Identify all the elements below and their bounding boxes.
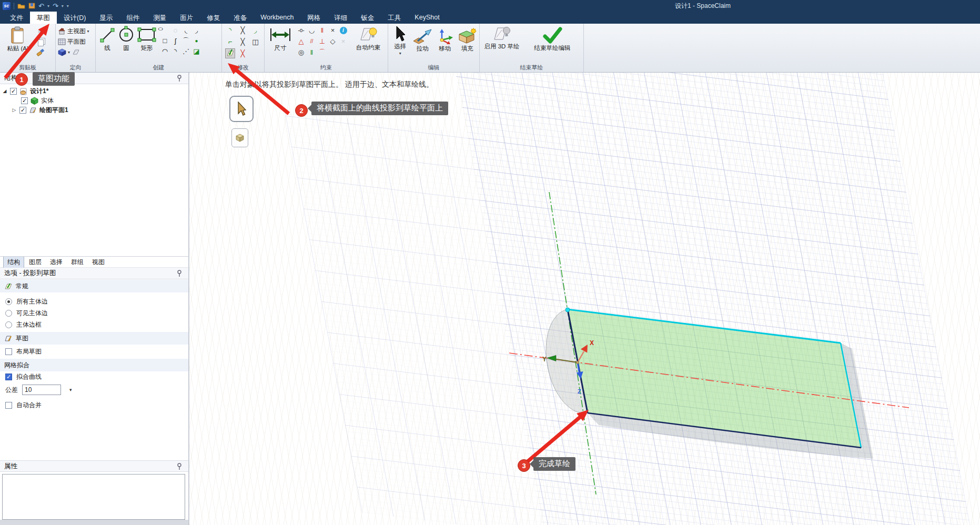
tangent-arc-tool-icon[interactable]: ◝	[170, 46, 180, 56]
format-painter-icon[interactable]	[36, 48, 46, 57]
radio-all-body-edges[interactable]: 所有主体边	[5, 296, 48, 307]
auto-merge-checkbox[interactable]	[5, 402, 12, 409]
tab-prepare[interactable]: 准备	[227, 12, 254, 24]
end-sketch-edit-button[interactable]: 结束草绘编辑	[527, 25, 578, 65]
tool-guide-body-button[interactable]	[231, 128, 248, 147]
tab-mesh[interactable]: 网格	[300, 12, 327, 24]
tolerance-dropdown-icon[interactable]: ▾	[69, 387, 72, 392]
sketch-plane-checkbox[interactable]: ✓	[19, 107, 26, 114]
fit-curves-option[interactable]: ✓ 拟合曲线	[5, 371, 42, 382]
panel-tab-selection[interactable]: 选择	[46, 257, 66, 268]
sketch-point-tool-icon[interactable]: ●	[191, 36, 201, 46]
tab-detail[interactable]: 详细	[327, 12, 354, 24]
concentric-constraint-icon[interactable]: ◎	[296, 47, 306, 57]
sketch-plane-view-icon[interactable]	[72, 48, 79, 56]
model-canvas[interactable]: Y X Z 单击对象以将其投影到草图平面上。 适用于边、文本和草绘线。	[189, 73, 980, 525]
point-tool-icon[interactable]: ⋰	[181, 46, 191, 56]
app-logo-icon[interactable]: sc	[3, 2, 11, 10]
tab-tools[interactable]: 工具	[381, 12, 408, 24]
view-cube-icon[interactable]	[58, 48, 66, 56]
design-checkbox[interactable]: ✓	[10, 88, 17, 95]
chamfer-tool-icon[interactable]: ◞	[250, 25, 260, 35]
paste-button[interactable]: 粘贴 (A)	[2, 25, 34, 65]
panel-tab-groups[interactable]: 群组	[67, 257, 87, 268]
customize-toolbar-icon[interactable]: ▾	[67, 4, 69, 8]
tab-display[interactable]: 显示	[93, 12, 119, 24]
tab-design[interactable]: 设计(D)	[57, 12, 93, 24]
project-to-sketch-tool-icon[interactable]	[225, 48, 235, 58]
auto-merge-option[interactable]: 自动合并	[5, 400, 42, 410]
fill-button[interactable]: 填充	[457, 25, 478, 65]
rectangle-tool[interactable]: 矩形	[136, 25, 158, 65]
three-point-arc-tool-icon[interactable]: ⌒	[181, 36, 191, 46]
pull-button[interactable]: 拉动	[412, 25, 433, 65]
tab-facets[interactable]: 面片	[173, 12, 200, 24]
undo-icon[interactable]: ↶	[38, 3, 44, 9]
delete-sketch-tool-icon[interactable]: ╳	[238, 48, 248, 58]
radio-icon[interactable]	[5, 310, 12, 317]
pin-icon[interactable]	[177, 463, 182, 470]
tree-item-design[interactable]: ◢ ✓ 设计1*	[2, 86, 48, 96]
fillet-tool-icon[interactable]: ◝	[225, 25, 235, 35]
midpoint-constraint-icon[interactable]: -o-	[296, 25, 306, 35]
layout-sketch-checkbox[interactable]	[5, 348, 12, 355]
pin-icon[interactable]	[177, 270, 182, 277]
tab-sketch[interactable]: 草图	[30, 12, 57, 24]
tab-workbench[interactable]: Workbench	[254, 12, 300, 24]
tool-guide-select-button[interactable]	[229, 96, 254, 122]
spline-tool-icon[interactable]: ʃ	[170, 36, 180, 46]
radio-visible-body-edges[interactable]: 可见主体边	[5, 308, 48, 318]
curvature-constraint-icon[interactable]: ⌒	[317, 47, 327, 57]
copy-icon[interactable]	[36, 37, 46, 46]
line-tool[interactable]: 线	[98, 25, 117, 65]
save-icon[interactable]	[28, 3, 35, 9]
redo-icon[interactable]: ↷	[53, 3, 58, 9]
ellipse-tool-icon[interactable]: ○	[157, 25, 173, 35]
expander-open-icon[interactable]: ◢	[2, 88, 7, 94]
view-cube-dropdown-icon[interactable]: ▾	[68, 50, 70, 55]
highlighted-vertex[interactable]	[565, 308, 570, 312]
sweep-arc-tool-icon[interactable]: ◟	[181, 25, 191, 35]
circle-tool[interactable]: 圆	[117, 25, 136, 65]
pin-icon[interactable]	[177, 75, 182, 82]
perpendicular-constraint-icon[interactable]: ⊥	[317, 36, 327, 46]
tip-info-icon[interactable]: i	[338, 25, 348, 35]
corner-arc-tool-icon[interactable]: ◞	[191, 25, 201, 35]
ratio-constraint-icon[interactable]: ‖	[307, 47, 317, 57]
select-button[interactable]: 选择 ▾	[390, 25, 410, 65]
sketch-fill-tool-icon[interactable]: ◪	[191, 46, 201, 56]
tolerance-input[interactable]: 10	[22, 385, 61, 395]
corner-tool-icon[interactable]: ⌐	[225, 37, 235, 47]
tab-assembly[interactable]: 组件	[119, 12, 146, 24]
panel-tab-layers[interactable]: 图层	[25, 257, 45, 268]
symmetry-constraint-icon[interactable]: ◇	[328, 36, 338, 46]
auto-constraint-button[interactable]: 自动约束	[351, 25, 385, 65]
radio-body-outline[interactable]: 主体边框	[5, 319, 42, 330]
rounded-rectangle-tool-icon[interactable]: □	[160, 36, 170, 46]
radio-icon[interactable]	[5, 321, 12, 328]
tab-measure[interactable]: 测量	[146, 12, 173, 24]
layout-sketch-option[interactable]: 布局草图	[5, 346, 42, 357]
undo-dropdown-icon[interactable]: ▾	[47, 4, 49, 8]
home-view-button[interactable]: 主视图 ▾	[58, 26, 94, 36]
plan-view-button[interactable]: 平面图	[58, 37, 94, 46]
open-icon[interactable]	[17, 3, 25, 9]
panel-tab-structure[interactable]: 结构	[3, 257, 24, 268]
tab-keyshot[interactable]: KeyShot	[408, 12, 446, 24]
select-dropdown-icon[interactable]: ▾	[399, 51, 401, 56]
parallel-constraint-icon[interactable]: ‖	[317, 25, 327, 35]
enable-3d-sketch-button[interactable]: 启用 3D 草绘	[482, 25, 522, 65]
properties-box[interactable]	[2, 474, 185, 520]
dimension-tool[interactable]: 尺寸	[267, 25, 294, 65]
split-tool-icon[interactable]: ╳	[238, 37, 248, 47]
fit-curves-checkbox[interactable]: ✓	[5, 373, 12, 380]
tree-item-sketch-plane[interactable]: ▷ ✓ 绘图平面1	[12, 105, 68, 115]
trim-tool-icon[interactable]: ╳	[238, 25, 248, 35]
redo-dropdown-icon[interactable]: ▾	[62, 4, 64, 8]
radio-icon[interactable]	[5, 298, 12, 305]
equal-constraint-icon[interactable]: //	[307, 36, 317, 46]
arc-tool-icon[interactable]: ◠	[160, 46, 170, 56]
home-view-dropdown-icon[interactable]: ▾	[87, 29, 89, 34]
expander-closed-icon[interactable]: ▷	[12, 107, 17, 113]
coincident-constraint-icon[interactable]: △	[296, 36, 306, 46]
